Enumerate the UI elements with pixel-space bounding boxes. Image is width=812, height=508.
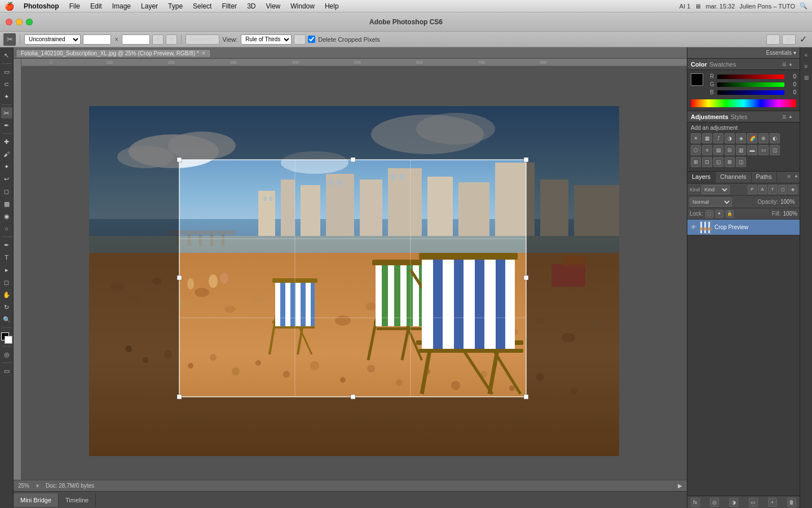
color-panel-collapse[interactable]: ▲ — [788, 62, 796, 67]
crop-options-button[interactable]: ⚙ — [294, 34, 306, 45]
menu-help[interactable]: Help — [321, 2, 343, 11]
pen-tool[interactable]: ✒ — [1, 239, 12, 251]
adjustments-panel-menu[interactable]: ≡ — [782, 113, 786, 121]
clear-dimensions-button[interactable]: ✕ — [166, 34, 177, 45]
dock-icon-2[interactable]: ⊞ — [801, 72, 811, 82]
clone-stamp-tool[interactable]: ✦ — [1, 161, 12, 172]
canvas-image[interactable] — [89, 106, 619, 456]
posterize-icon[interactable]: ▥ — [736, 145, 746, 155]
layer-mask-button[interactable]: ◎ — [710, 498, 719, 507]
adj-icon-12[interactable]: ⊠ — [725, 157, 735, 167]
adjustment-layer-button[interactable]: ◑ — [729, 498, 738, 507]
commit-crop-button[interactable]: ✓ — [800, 34, 807, 45]
blur-tool[interactable]: ◉ — [1, 211, 12, 222]
styles-tab[interactable]: Styles — [731, 113, 748, 120]
layer-filter-adjust-icon[interactable]: A — [758, 185, 767, 194]
zoom-level[interactable]: 25% — [18, 483, 29, 489]
dock-icon-1[interactable]: ≡ — [801, 61, 811, 71]
menu-select[interactable]: Select — [189, 2, 215, 11]
layer-filter-pixel-icon[interactable]: P — [748, 185, 757, 194]
hsl-icon[interactable]: 🌈 — [747, 133, 757, 143]
color-lookup-icon[interactable]: ▤ — [713, 145, 723, 155]
ratio-select[interactable]: Unconstrained — [24, 34, 81, 45]
threshold-icon[interactable]: ▬ — [747, 145, 757, 155]
screen-mode[interactable]: ▭ — [1, 365, 12, 376]
b-slider[interactable] — [717, 90, 784, 95]
swatches-tab[interactable]: Swatches — [709, 61, 736, 68]
brightness-contrast-icon[interactable]: ☀ — [691, 133, 701, 143]
menu-photoshop[interactable]: Photoshop — [20, 2, 63, 11]
lasso-tool[interactable]: ⊂ — [1, 78, 12, 90]
delete-pixels-checkbox[interactable] — [308, 36, 315, 43]
adj-icon-13[interactable]: ◫ — [736, 157, 746, 167]
shape-tool[interactable]: ◻ — [1, 277, 12, 288]
brush-tool[interactable]: 🖌 — [1, 148, 12, 160]
dodge-tool[interactable]: ○ — [1, 223, 12, 234]
gradient-map-icon[interactable]: ▭ — [758, 145, 769, 155]
adj-icon-9[interactable]: ⊞ — [691, 157, 701, 167]
menu-view[interactable]: View — [262, 2, 284, 11]
color-tab[interactable]: Color — [691, 61, 707, 68]
crop-tool-icon[interactable]: ✂ — [3, 33, 16, 46]
foreground-background-colors[interactable] — [1, 332, 12, 344]
color-spectrum-bar[interactable] — [691, 99, 796, 107]
height-input[interactable] — [122, 34, 150, 45]
lock-all-icon[interactable]: 🔒 — [726, 210, 734, 218]
menu-3d[interactable]: 3D — [243, 2, 259, 11]
width-input[interactable] — [83, 34, 111, 45]
exposure-icon[interactable]: ◑ — [725, 133, 735, 143]
adj-icon-10[interactable]: ⊡ — [702, 157, 712, 167]
adjustments-panel-collapse[interactable]: ▲ — [788, 114, 796, 119]
eraser-tool[interactable]: ◻ — [1, 186, 12, 197]
view-select[interactable]: Rule of Thirds — [241, 34, 292, 45]
hand-tool[interactable]: ✋ — [1, 289, 12, 300]
channel-mixer-icon[interactable]: ≡ — [702, 145, 712, 155]
background-color[interactable] — [5, 336, 12, 344]
group-layer-button[interactable]: ▭ — [749, 498, 758, 507]
essentials-dropdown[interactable]: Essentials ▾ — [766, 50, 796, 56]
quick-mask-mode[interactable]: ◎ — [1, 349, 12, 360]
g-slider[interactable] — [717, 82, 784, 87]
opacity-value[interactable]: 100% — [780, 199, 797, 205]
paths-tab[interactable]: Paths — [752, 172, 777, 183]
menu-image[interactable]: Image — [108, 2, 135, 11]
menu-filter[interactable]: Filter — [218, 2, 241, 11]
crop-tool[interactable]: ✂ — [1, 107, 12, 119]
quick-select-tool[interactable]: ✦ — [1, 91, 12, 102]
color-panel-menu[interactable]: ≡ — [782, 60, 786, 68]
adjustments-tab[interactable]: Adjustments — [691, 113, 729, 120]
layers-tab[interactable]: Layers — [687, 172, 716, 183]
selective-color-icon[interactable]: ◫ — [770, 145, 780, 155]
move-tool[interactable]: ↖ — [1, 50, 12, 61]
doc-info-arrow[interactable]: ▶ — [678, 483, 682, 489]
menu-edit[interactable]: Edit — [86, 2, 106, 11]
photo-filter-icon[interactable]: ⬡ — [691, 145, 701, 155]
canvas-container[interactable] — [21, 67, 687, 462]
layers-kind-select[interactable]: Kind — [701, 185, 730, 194]
doc-info[interactable]: Doc: 28,7M/0 bytes — [46, 483, 672, 489]
path-selection-tool[interactable]: ▸ — [1, 264, 12, 275]
reset-button[interactable]: ↺ — [766, 34, 780, 45]
collapse-dock-icon[interactable]: « — [801, 50, 811, 60]
healing-brush-tool[interactable]: ✚ — [1, 136, 12, 147]
color-swatch-preview[interactable] — [691, 73, 703, 86]
swap-dimensions-button[interactable]: ⇄ — [152, 34, 164, 45]
delete-layer-button[interactable]: 🗑 — [787, 498, 796, 507]
layer-filter-type-icon[interactable]: T — [768, 185, 777, 194]
layers-panel-menu[interactable]: ≡ — [785, 172, 793, 183]
gradient-tool[interactable]: ▦ — [1, 198, 12, 209]
menu-layer[interactable]: Layer — [137, 2, 162, 11]
bw-icon[interactable]: ◐ — [770, 133, 780, 143]
lock-pixels-icon[interactable]: ⬚ — [705, 210, 713, 218]
zoom-options-icon[interactable]: ▼ — [35, 483, 40, 489]
rectangular-marquee-tool[interactable]: ▭ — [1, 66, 12, 77]
vibrance-icon[interactable]: ◈ — [736, 133, 746, 143]
layer-row[interactable]: 👁 Crop Preview — [687, 220, 800, 235]
menu-window[interactable]: Window — [286, 2, 319, 11]
canvas-scroll-area[interactable]: 0 100 200 300 400 500 600 700 800 — [14, 59, 687, 480]
layer-filter-smart-icon[interactable]: ◈ — [788, 185, 797, 194]
apple-menu[interactable]: 🍎 — [5, 2, 14, 11]
layer-fx-button[interactable]: fx — [691, 498, 700, 507]
new-layer-button[interactable]: + — [768, 498, 777, 507]
blend-mode-select[interactable]: Normal — [690, 198, 732, 207]
